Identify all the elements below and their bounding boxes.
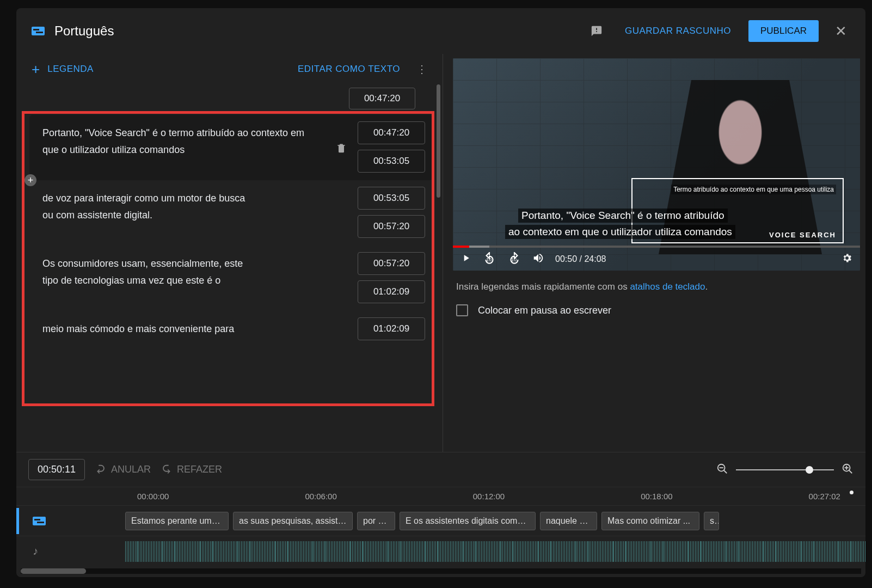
timeline-segment[interactable]: naquele qu... [540, 512, 597, 530]
redo-button[interactable]: REFAZER [161, 464, 222, 476]
settings-icon[interactable] [842, 253, 852, 266]
caption-end-time[interactable]: 01:02:09 [358, 280, 425, 303]
timeline-end-marker [850, 491, 853, 494]
video-caption-line1: Portanto, "Voice Search" é o termo atrib… [518, 209, 728, 223]
previous-end-time[interactable]: 00:47:20 [349, 88, 415, 109]
video-preview[interactable]: Termo atribuído ao contexto em que uma p… [453, 58, 860, 271]
tick: 00:18:00 [641, 492, 672, 501]
caption-row[interactable]: Portanto, "Voice Search" é o termo atrib… [29, 115, 433, 180]
rewind-10-icon[interactable]: 10 [482, 252, 496, 266]
captions-icon [32, 27, 45, 35]
timeline: 00:00:00 00:06:00 00:12:00 00:18:00 00:2… [16, 487, 865, 566]
timeline-ruler[interactable]: 00:00:00 00:06:00 00:12:00 00:18:00 00:2… [16, 487, 865, 505]
caption-row[interactable]: meio mais cómodo e mais conveniente para… [29, 311, 433, 348]
caption-row[interactable]: Os consumidores usam, essencialmente, es… [29, 246, 433, 311]
more-options-icon[interactable]: ⋮ [413, 63, 431, 76]
publish-button[interactable]: PUBLICAR [748, 20, 819, 42]
plus-icon: + [32, 61, 40, 78]
caption-text[interactable]: Os consumidores usam, essencialmente, es… [33, 252, 325, 303]
audio-track: ♪ [16, 536, 865, 566]
forward-10-icon[interactable]: 10 [507, 252, 521, 266]
timeline-segment[interactable]: E os assistentes digitais como ... [400, 512, 536, 530]
zoom-in-icon[interactable] [842, 463, 853, 477]
language-title: Português [54, 23, 576, 39]
video-overlay-brand: VOICE SEARCH [769, 231, 836, 239]
playhead-time[interactable]: 00:50:11 [28, 459, 85, 480]
shortcuts-link[interactable]: atalhos de teclado [630, 281, 705, 292]
modal-body: + LEGENDA EDITAR COMO TEXTO ⋮ 00:47:20 P… [16, 54, 865, 452]
timeline-segment[interactable]: Estamos perante uma ... [125, 512, 229, 530]
caption-text[interactable]: meio mais cómodo e mais conveniente para [33, 317, 325, 340]
modal-header: Português GUARDAR RASCUNHO PUBLICAR ✕ [16, 8, 865, 54]
video-caption-line2: ao contexto em que o utilizador utiliza … [505, 225, 735, 239]
timeline-segment[interactable]: s... [704, 512, 719, 530]
caption-text[interactable]: Portanto, "Voice Search" é o termo atrib… [33, 121, 325, 173]
music-note-icon: ♪ [33, 545, 38, 558]
video-controls: 10 10 00:50 / 24:08 [453, 248, 860, 271]
video-overlay-text: Termo atribuído ao contexto em que uma p… [671, 185, 836, 194]
timeline-toolbar: 00:50:11 ANULAR REFAZER [16, 452, 865, 487]
svg-line-1 [724, 470, 727, 473]
timeline-segment[interactable]: por vo... [357, 512, 395, 530]
volume-icon[interactable] [532, 252, 544, 267]
svg-line-4 [849, 470, 852, 473]
caption-rows: Portanto, "Voice Search" é o termo atrib… [16, 115, 443, 452]
tick: 00:27:02 [809, 492, 840, 501]
captions-track-icon [33, 517, 46, 525]
caption-end-time[interactable]: 00:57:20 [358, 215, 425, 238]
edit-as-text-button[interactable]: EDITAR COMO TEXTO [290, 59, 408, 79]
captions-panel: + LEGENDA EDITAR COMO TEXTO ⋮ 00:47:20 P… [16, 54, 443, 452]
zoom-slider[interactable] [736, 469, 834, 470]
timeline-segment[interactable]: Mas como otimizar ... [601, 512, 699, 530]
delete-caption-icon[interactable] [330, 121, 352, 173]
caption-start-time[interactable]: 00:47:20 [358, 121, 425, 144]
pause-checkbox[interactable] [456, 304, 468, 316]
caption-start-time[interactable]: 00:57:20 [358, 252, 425, 275]
pause-label: Colocar em pausa ao escrever [478, 305, 611, 316]
audio-waveform[interactable] [125, 541, 865, 562]
add-caption-button[interactable]: LEGENDA [45, 59, 101, 79]
zoom-out-icon[interactable] [716, 463, 728, 477]
caption-start-time[interactable]: 00:53:05 [358, 187, 425, 210]
preview-panel: Termo atribuído ao contexto em que uma p… [443, 54, 865, 452]
zoom-controls [716, 463, 853, 477]
caption-text[interactable]: de voz para interagir como um motor de b… [33, 187, 325, 238]
caption-row[interactable]: de voz para interagir como um motor de b… [29, 180, 433, 246]
captions-list: 00:47:20 Portanto, "Voice Search" é o te… [16, 84, 443, 452]
feedback-icon[interactable] [586, 20, 607, 42]
caption-start-time[interactable]: 01:02:09 [358, 317, 425, 340]
caption-end-time[interactable]: 00:53:05 [358, 150, 425, 173]
tick: 00:06:00 [305, 492, 336, 501]
shortcuts-hint: Insira legendas mais rapidamente com os … [453, 271, 865, 300]
timeline-segment[interactable]: as suas pesquisas, assistin... [233, 512, 353, 530]
save-draft-button[interactable]: GUARDAR RASCUNHO [617, 21, 739, 41]
close-icon[interactable]: ✕ [828, 23, 850, 40]
caption-segments[interactable]: Estamos perante uma ...as suas pesquisas… [125, 512, 865, 530]
tick: 00:00:00 [137, 492, 169, 501]
undo-button[interactable]: ANULAR [95, 464, 151, 476]
add-caption-below-icon[interactable]: + [24, 174, 36, 186]
video-timecode: 00:50 / 24:08 [555, 254, 606, 264]
play-icon[interactable] [460, 253, 471, 266]
subtitle-editor-modal: Português GUARDAR RASCUNHO PUBLICAR ✕ + … [16, 8, 865, 577]
pause-while-typing: Colocar em pausa ao escrever [453, 300, 865, 321]
tick: 00:12:00 [473, 492, 505, 501]
horizontal-scrollbar[interactable] [21, 568, 861, 574]
captions-toolbar: + LEGENDA EDITAR COMO TEXTO ⋮ [16, 54, 443, 84]
captions-track: Estamos perante uma ...as suas pesquisas… [16, 505, 865, 536]
